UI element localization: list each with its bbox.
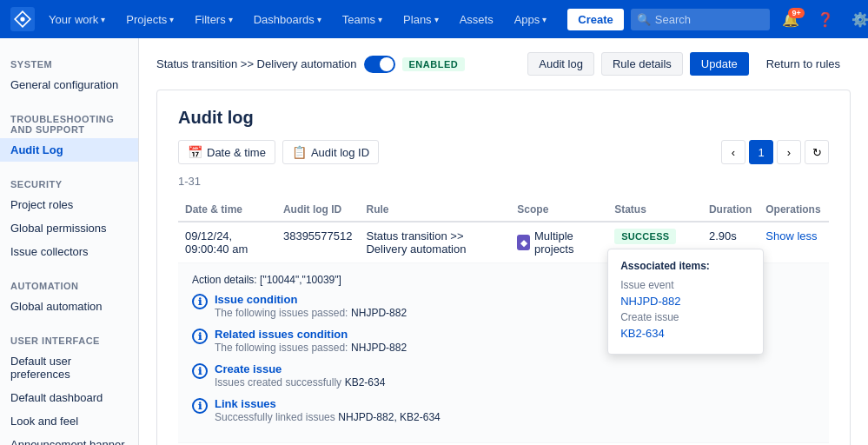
chevron-icon: ▾ [542, 15, 547, 24]
pagination: ‹ 1 › ↻ [721, 140, 829, 164]
search-input[interactable] [631, 9, 770, 30]
prev-page-button[interactable]: ‹ [721, 140, 745, 164]
col-operations: Operations [759, 198, 829, 222]
nav-filters[interactable]: Filters▾ [188, 10, 239, 30]
col-status: Status [607, 198, 702, 222]
sidebar-section-system: System [0, 52, 138, 73]
sidebar-item-default-dashboard[interactable]: Default dashboard [0, 386, 138, 409]
help-button[interactable]: ❓ [812, 8, 839, 31]
row1-scope: ◆ Multiple projects [510, 222, 607, 263]
step-icon-2: ℹ [192, 329, 208, 344]
rule-details-button[interactable]: Rule details [601, 52, 683, 76]
app-layout: System General configuration TROUBLESHOO… [0, 38, 868, 445]
step-title-2[interactable]: Related issues condition [215, 328, 407, 341]
step-title-1[interactable]: Issue condition [215, 293, 407, 306]
table-row: 09/12/24, 09:00:40 am 38395577512 Status… [178, 222, 829, 263]
step-content-3: Create issue Issues created successfully… [215, 362, 385, 389]
result-count: 1-31 [178, 175, 829, 188]
sidebar-item-announcement-banner[interactable]: Announcement banner [0, 433, 138, 445]
step-desc-1: The following issues passed: NHJPD-882 [215, 306, 407, 319]
sidebar-section-automation: AUTOMATION [0, 274, 138, 295]
audit-log-card: Audit log 📅 Date & time 📋 Audit log ID ‹… [156, 90, 851, 445]
calendar-icon: 📅 [188, 145, 202, 159]
col-rule: Rule [359, 198, 510, 222]
step-title-3[interactable]: Create issue [215, 362, 385, 375]
sidebar-item-audit-log[interactable]: Audit Log [0, 138, 138, 162]
search-icon: 🔍 [637, 13, 651, 26]
nav-dashboards[interactable]: Dashboards▾ [247, 10, 328, 30]
nav-teams[interactable]: Teams▾ [335, 10, 389, 30]
nav-projects[interactable]: Projects▾ [119, 10, 181, 30]
audit-log-title: Audit log [178, 108, 829, 128]
row1-audit-log-id: 38395577512 [276, 222, 360, 263]
sidebar: System General configuration TROUBLESHOO… [0, 38, 139, 445]
status-badge: SUCCESS [614, 229, 676, 244]
sidebar-item-global-permissions[interactable]: Global permissions [0, 216, 138, 240]
col-date-time: Date & time [178, 198, 276, 222]
table-header-row: Date & time Audit log ID Rule Scope Stat… [178, 198, 829, 222]
update-button[interactable]: Update [690, 52, 749, 76]
settings-button[interactable]: ⚙️ [846, 8, 868, 31]
sidebar-item-look-and-feel[interactable]: Look and feel [0, 409, 138, 433]
col-scope: Scope [510, 198, 607, 222]
nav-apps[interactable]: Apps▾ [507, 10, 554, 30]
chevron-icon: ▾ [169, 15, 174, 24]
filter-id-button[interactable]: 📋 Audit log ID [282, 140, 379, 164]
step-desc-4: Successfully linked issues NHJPD-882, KB… [215, 410, 441, 423]
step-content-1: Issue condition The following issues pas… [215, 293, 407, 319]
next-page-button[interactable]: › [777, 140, 801, 164]
step-icon-4: ℹ [192, 398, 208, 414]
step-desc-2: The following issues passed: NHJPD-882 [215, 341, 407, 354]
audit-log-button[interactable]: Audit log [527, 52, 594, 76]
show-less-button[interactable]: Show less [765, 229, 817, 242]
chevron-icon: ▾ [434, 15, 439, 24]
breadcrumb: Status transition >> Delivery automation [156, 57, 357, 70]
chevron-icon: ▾ [229, 15, 233, 24]
svg-point-1 [20, 17, 24, 21]
step-icon-1: ℹ [192, 294, 208, 309]
jira-logo[interactable] [10, 7, 35, 31]
step-title-4[interactable]: Link issues [215, 397, 441, 410]
search-wrapper: 🔍 [631, 9, 770, 30]
enabled-toggle[interactable] [364, 56, 395, 73]
col-duration: Duration [702, 198, 759, 222]
notifications-button[interactable]: 🔔9+ [777, 8, 805, 31]
log-table: Date & time Audit log ID Rule Scope Stat… [178, 198, 829, 445]
status-bar-right: Audit log Rule details Update Return to … [527, 52, 851, 76]
status-bar-left: Status transition >> Delivery automation… [156, 56, 465, 73]
tooltip-title: Associated items: [620, 260, 751, 272]
filter-date-button[interactable]: 📅 Date & time [178, 140, 275, 164]
return-to-rules-button[interactable]: Return to rules [756, 53, 851, 75]
sidebar-section-troubleshooting: TROUBLESHOOTING AND SUPPORT [0, 107, 138, 138]
tooltip-event-label: Issue event [620, 279, 751, 291]
sidebar-item-issue-collectors[interactable]: Issue collectors [0, 240, 138, 263]
sidebar-section-user-interface: USER INTERFACE [0, 329, 138, 349]
nav-plans[interactable]: Plans▾ [396, 10, 446, 30]
list-icon: 📋 [292, 145, 307, 159]
associated-items-tooltip: Associated items: Issue event NHJPD-882 … [607, 249, 764, 355]
step-content-4: Link issues Successfully linked issues N… [215, 397, 441, 423]
row1-operations: Show less [759, 222, 829, 263]
create-button[interactable]: Create [567, 9, 623, 30]
tooltip-link-kb2[interactable]: KB2-634 [620, 327, 751, 340]
page-1-button[interactable]: 1 [749, 140, 773, 164]
action-step-3: ℹ Create issue Issues created successful… [192, 362, 815, 389]
step-content-2: Related issues condition The following i… [215, 328, 407, 354]
enabled-badge: ENABLED [402, 57, 466, 71]
nav-assets[interactable]: Assets [453, 10, 500, 30]
scope-icon: ◆ [517, 235, 530, 250]
sidebar-item-global-automation[interactable]: Global automation [0, 295, 138, 318]
sidebar-item-general-configuration[interactable]: General configuration [0, 73, 138, 96]
step-icon-3: ℹ [192, 363, 208, 379]
top-navigation: Your work▾ Projects▾ Filters▾ Dashboards… [0, 0, 868, 38]
sidebar-item-project-roles[interactable]: Project roles [0, 193, 138, 216]
main-content: Status transition >> Delivery automation… [139, 38, 868, 445]
refresh-button[interactable]: ↻ [805, 140, 829, 164]
filter-bar: 📅 Date & time 📋 Audit log ID ‹ 1 › ↻ [178, 140, 829, 164]
row1-date-time: 09/12/24, 09:00:40 am [178, 222, 276, 263]
sidebar-item-default-user-preferences[interactable]: Default user preferences [0, 349, 138, 386]
step-desc-3: Issues created successfully KB2-634 [215, 375, 385, 389]
status-bar: Status transition >> Delivery automation… [156, 52, 851, 76]
tooltip-link-nhjpd[interactable]: NHJPD-882 [620, 295, 751, 308]
nav-your-work[interactable]: Your work▾ [42, 10, 112, 30]
